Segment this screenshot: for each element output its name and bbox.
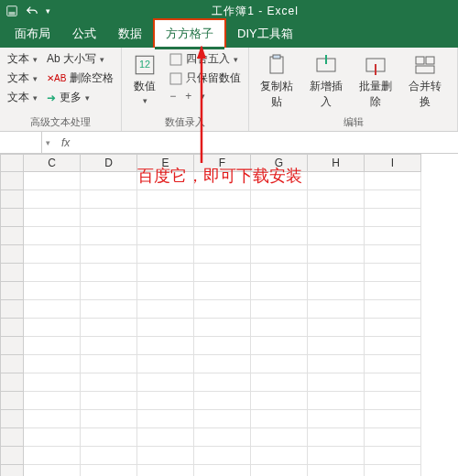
- insert-button[interactable]: 新增插 入: [306, 51, 346, 112]
- row-header[interactable]: [0, 190, 24, 209]
- cell[interactable]: [81, 337, 137, 355]
- plus-icon[interactable]: +: [185, 90, 191, 103]
- cell[interactable]: [365, 319, 421, 337]
- cell[interactable]: [24, 319, 81, 337]
- row-header[interactable]: [0, 337, 24, 355]
- cell[interactable]: [24, 355, 81, 373]
- text-button-2[interactable]: 文本▾: [7, 70, 38, 86]
- cell[interactable]: [24, 447, 81, 465]
- cell[interactable]: [365, 447, 421, 465]
- cell[interactable]: [308, 190, 365, 209]
- case-button[interactable]: Ab 大小写▾: [47, 51, 114, 67]
- cell[interactable]: [308, 282, 365, 300]
- merge-button[interactable]: 合并转 换: [405, 51, 445, 112]
- tab-data[interactable]: 数据: [107, 20, 153, 48]
- cell[interactable]: [81, 300, 137, 319]
- row-header[interactable]: [0, 319, 24, 337]
- cell[interactable]: [365, 264, 421, 282]
- cell[interactable]: [308, 447, 365, 465]
- cell[interactable]: [365, 300, 421, 319]
- cell[interactable]: [251, 300, 308, 319]
- cell[interactable]: [81, 355, 137, 373]
- col-header-D[interactable]: D: [81, 154, 137, 172]
- cell[interactable]: [308, 410, 365, 428]
- row-header[interactable]: [0, 209, 24, 227]
- text-button-1[interactable]: 文本▾: [7, 51, 38, 67]
- cell[interactable]: [251, 465, 308, 476]
- cell[interactable]: [194, 227, 251, 245]
- cell[interactable]: [308, 428, 365, 447]
- cell[interactable]: [194, 209, 251, 227]
- keep-numeric-button[interactable]: 只保留数值: [169, 70, 241, 86]
- cell[interactable]: [251, 428, 308, 447]
- cell[interactable]: [251, 319, 308, 337]
- tab-layout[interactable]: 面布局: [4, 20, 61, 48]
- text-button-3[interactable]: 文本▾: [7, 90, 38, 105]
- row-header[interactable]: [0, 410, 24, 428]
- fx-label[interactable]: fx: [54, 136, 77, 149]
- cell[interactable]: [308, 172, 365, 190]
- chevron-down-icon[interactable]: ▾: [42, 138, 54, 147]
- round-button[interactable]: 四舍五入▾: [169, 51, 241, 67]
- row-header[interactable]: [0, 373, 24, 392]
- cell[interactable]: [251, 282, 308, 300]
- row-header[interactable]: [0, 282, 24, 300]
- tab-fangfang[interactable]: 方方格子: [153, 18, 226, 48]
- more-button[interactable]: ➜更多▾: [47, 90, 114, 105]
- cell[interactable]: [24, 428, 81, 447]
- cell[interactable]: [194, 373, 251, 392]
- cell[interactable]: [24, 410, 81, 428]
- cell[interactable]: [81, 447, 137, 465]
- cell[interactable]: [24, 392, 81, 410]
- col-header-I[interactable]: I: [365, 154, 421, 172]
- cell[interactable]: [137, 410, 194, 428]
- cell[interactable]: [365, 190, 421, 209]
- cell[interactable]: [137, 447, 194, 465]
- cell[interactable]: [137, 465, 194, 476]
- cell[interactable]: [251, 190, 308, 209]
- cell[interactable]: [137, 319, 194, 337]
- cell[interactable]: [365, 337, 421, 355]
- cell[interactable]: [365, 227, 421, 245]
- row-header[interactable]: [0, 465, 24, 476]
- delete-space-button[interactable]: ✕AB删除空格: [47, 70, 114, 86]
- cell[interactable]: [194, 337, 251, 355]
- cell[interactable]: [81, 245, 137, 264]
- cell[interactable]: [365, 172, 421, 190]
- cell[interactable]: [137, 392, 194, 410]
- cell[interactable]: [308, 465, 365, 476]
- cell[interactable]: [308, 319, 365, 337]
- numeric-minus-plus[interactable]: − + ▾: [169, 90, 241, 103]
- copy-paste-button[interactable]: 复制粘 贴: [256, 51, 297, 112]
- cell[interactable]: [365, 465, 421, 476]
- cell[interactable]: [24, 282, 81, 300]
- cell[interactable]: [137, 227, 194, 245]
- cell[interactable]: [24, 300, 81, 319]
- cell[interactable]: [251, 373, 308, 392]
- save-icon[interactable]: [5, 5, 18, 17]
- cell[interactable]: [137, 172, 194, 190]
- cell[interactable]: [24, 465, 81, 476]
- worksheet-grid[interactable]: CDEFGHI: [0, 154, 458, 476]
- cell[interactable]: [24, 190, 81, 209]
- cell[interactable]: [251, 245, 308, 264]
- cell[interactable]: [308, 227, 365, 245]
- cell[interactable]: [365, 392, 421, 410]
- select-all-corner[interactable]: [0, 154, 24, 172]
- col-header-C[interactable]: C: [24, 154, 81, 172]
- cell[interactable]: [137, 245, 194, 264]
- row-header[interactable]: [0, 227, 24, 245]
- cell[interactable]: [137, 355, 194, 373]
- cell[interactable]: [365, 245, 421, 264]
- row-header[interactable]: [0, 172, 24, 190]
- cell[interactable]: [308, 245, 365, 264]
- cell[interactable]: [24, 337, 81, 355]
- cell[interactable]: [81, 209, 137, 227]
- tab-formulas[interactable]: 公式: [61, 20, 107, 48]
- cell[interactable]: [251, 172, 308, 190]
- cell[interactable]: [81, 410, 137, 428]
- cell[interactable]: [308, 337, 365, 355]
- cell[interactable]: [194, 392, 251, 410]
- cell[interactable]: [24, 227, 81, 245]
- batch-delete-button[interactable]: 批量删 除: [355, 51, 396, 112]
